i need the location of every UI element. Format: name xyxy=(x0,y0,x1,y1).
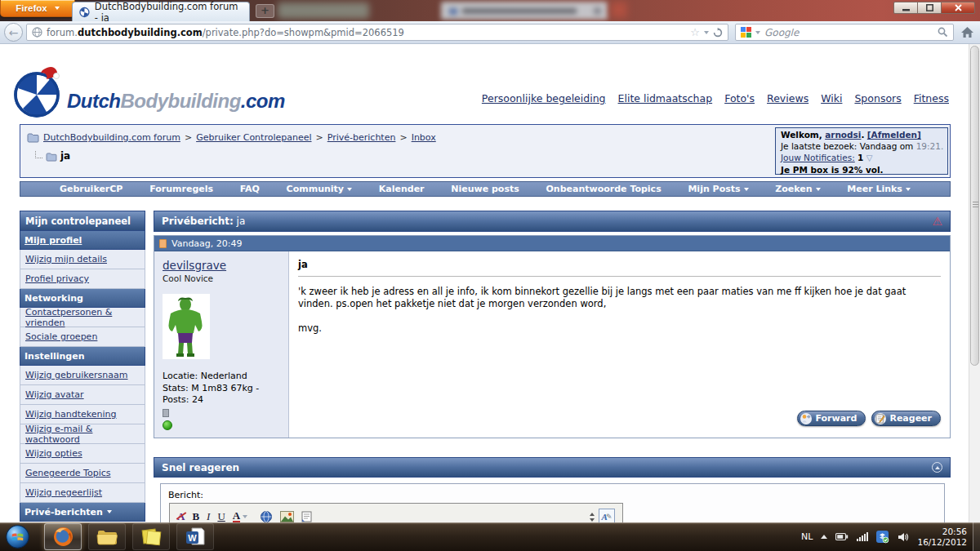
search-engine-dropdown-icon[interactable] xyxy=(755,31,760,34)
nav-link-sponsors[interactable]: Sponsors xyxy=(854,92,901,104)
insert-image-icon[interactable] xyxy=(280,511,294,522)
nav-link-persoonlijke-begeleiding[interactable]: Persoonlijke begeleiding xyxy=(482,92,606,104)
sidebar-item[interactable]: Wijzig handtekening xyxy=(20,405,145,424)
search-icon[interactable] xyxy=(938,27,948,38)
sidebar-item[interactable]: Wijzig avatar xyxy=(20,385,145,405)
bold-button[interactable]: B xyxy=(192,510,199,522)
nav-link-elite-lidmaatschap[interactable]: Elite lidmaatschap xyxy=(618,92,713,104)
taskbar-sticky-notes-button[interactable] xyxy=(132,523,170,550)
forward-button[interactable]: Forward xyxy=(797,411,866,426)
notifications-link[interactable]: Jouw Notificaties: xyxy=(781,153,855,162)
insert-link-icon[interactable] xyxy=(260,510,273,522)
dropbox-icon[interactable] xyxy=(876,531,889,544)
sidebar-item[interactable]: Wijzig mijn details xyxy=(20,250,145,269)
nav-link-reviews[interactable]: Reviews xyxy=(767,92,808,104)
sidebar-item[interactable]: Wijzig negeerlijst xyxy=(20,483,145,503)
navbar-onbeantwoorde-topics[interactable]: Onbeantwoorde Topics xyxy=(546,184,661,194)
network-signal-icon[interactable] xyxy=(857,532,868,541)
refresh-icon[interactable] xyxy=(713,28,723,38)
navbar-faq[interactable]: FAQ xyxy=(240,184,260,194)
sidebar-item-mijn-profiel[interactable]: Mijn profiel xyxy=(20,231,145,250)
sidebar-item[interactable]: Wijzig e-mail & wachtwoord xyxy=(20,424,145,444)
italic-button[interactable]: I xyxy=(207,510,210,522)
reply-button[interactable]: Reageer xyxy=(871,411,941,426)
minimize-button[interactable] xyxy=(893,2,917,14)
volume-icon[interactable] xyxy=(898,532,909,542)
scrollbar-thumb[interactable] xyxy=(970,46,979,366)
report-post-icon[interactable]: ⚠ xyxy=(932,215,942,228)
show-desktop-button[interactable] xyxy=(973,522,980,551)
taskbar-explorer-button[interactable] xyxy=(88,523,126,550)
navbar-forumregels[interactable]: Forumregels xyxy=(149,184,213,194)
navbar-kalender[interactable]: Kalender xyxy=(379,184,425,194)
site-logo-text: DutchBodybuilding.com xyxy=(67,90,285,113)
logout-link[interactable]: [Afmelden] xyxy=(867,130,921,140)
url-dropdown-icon[interactable] xyxy=(704,31,709,34)
new-tab-button[interactable]: + xyxy=(256,4,274,18)
url-bar[interactable]: forum.dutchbodybuilding.com/private.php?… xyxy=(26,24,728,41)
bookmark-star-icon[interactable]: ☆ xyxy=(690,27,700,38)
forum-navbar: GebruikerCP Forumregels FAQ Community Ka… xyxy=(20,181,951,197)
quick-reply-header[interactable]: Snel reageren xyxy=(154,457,951,478)
editor-mode-toggle[interactable]: A✎ xyxy=(599,509,615,522)
collapse-icon[interactable] xyxy=(932,462,942,473)
welcome-line: Welkom, arnodsi. [Afmelden] xyxy=(781,129,942,140)
breadcrumb-link-prive-berichten[interactable]: Privé-berichten xyxy=(327,132,396,143)
navbar-meer-links[interactable]: Meer Links xyxy=(847,184,911,194)
breadcrumb-link-inbox[interactable]: Inbox xyxy=(412,132,436,143)
site-logo-icon[interactable] xyxy=(12,64,65,122)
remove-format-button[interactable]: A xyxy=(177,510,185,522)
language-indicator[interactable]: NL xyxy=(801,531,813,542)
navbar-zoeken[interactable]: Zoeken xyxy=(775,184,820,194)
avatar[interactable] xyxy=(163,294,210,359)
battery-icon[interactable] xyxy=(835,532,849,541)
taskbar-firefox-button[interactable] xyxy=(44,523,82,550)
underline-button[interactable]: U xyxy=(217,510,225,522)
message-signoff: mvg. xyxy=(298,322,941,335)
tab-active[interactable]: DutchBodybuilding.com forum - ja xyxy=(72,2,250,21)
breadcrumb-link-controlepaneel[interactable]: Gebruiker Controlepaneel xyxy=(196,132,311,143)
sidebar-item[interactable]: Sociale groepen xyxy=(20,327,145,347)
search-bar[interactable]: Google xyxy=(735,24,954,41)
maximize-button[interactable] xyxy=(917,2,941,14)
tray-expand-icon[interactable] xyxy=(821,535,827,539)
navbar-mijn-posts[interactable]: Mijn Posts xyxy=(688,184,748,194)
welcome-box: Welkom, arnodsi. [Afmelden] Je laatste b… xyxy=(775,127,948,175)
close-button[interactable] xyxy=(941,2,975,14)
sidebar-item[interactable]: Wijzig opties xyxy=(20,444,145,464)
redacted-tab[interactable] xyxy=(441,2,608,20)
nav-link-fitness[interactable]: Fitness xyxy=(914,92,949,104)
author-location: Locatie: Nederland xyxy=(163,371,280,383)
back-button[interactable]: ← xyxy=(4,23,23,42)
nav-link-fotos[interactable]: Foto's xyxy=(724,92,755,104)
sidebar-category-prive-berichten[interactable]: Privé-berichten xyxy=(20,503,145,522)
navbar-community[interactable]: Community xyxy=(287,184,352,194)
sidebar-item[interactable]: Contactpersonen & vrienden xyxy=(20,308,145,327)
message-body: 'k zweer ik heb je adress en all je info… xyxy=(298,286,941,335)
navbar-gebruikercp[interactable]: GebruikerCP xyxy=(60,184,122,194)
insert-quote-icon[interactable] xyxy=(301,511,312,522)
chevron-down-icon xyxy=(816,188,821,191)
sidebar-item[interactable]: Wijzig gebruikersnaam xyxy=(20,366,145,385)
author-name-link[interactable]: devilsgrave xyxy=(163,259,280,272)
breadcrumb-link-forum[interactable]: DutchBodybuilding.com forum xyxy=(43,132,180,143)
notifications-dropdown-icon[interactable]: ▽ xyxy=(866,153,873,162)
start-button[interactable] xyxy=(6,525,29,551)
navbar-nieuwe-posts[interactable]: Nieuwe posts xyxy=(451,184,519,194)
home-button[interactable] xyxy=(960,26,974,42)
browser-nav-toolbar: ← forum.dutchbodybuilding.com/private.ph… xyxy=(0,21,980,44)
nav-link-wiki[interactable]: Wiki xyxy=(821,92,842,104)
taskbar-word-button[interactable]: W xyxy=(176,523,214,550)
sidebar-item[interactable]: Genegeerde Topics xyxy=(20,464,145,483)
sidebar-item[interactable]: Profiel privacy xyxy=(20,269,145,289)
font-color-button[interactable]: A xyxy=(233,511,247,523)
minimize-icon xyxy=(902,4,910,11)
page-scrollbar[interactable] xyxy=(969,44,980,522)
taskbar-clock[interactable]: 20:56 16/12/2012 xyxy=(917,527,967,548)
firefox-menu-button[interactable]: Firefox xyxy=(0,0,75,17)
resize-editor-handle[interactable] xyxy=(590,513,595,522)
search-input[interactable]: Google xyxy=(764,27,933,38)
reputation-icon xyxy=(163,409,169,417)
username-link[interactable]: arnodsi xyxy=(825,130,861,140)
tree-elbow-icon xyxy=(35,151,42,158)
